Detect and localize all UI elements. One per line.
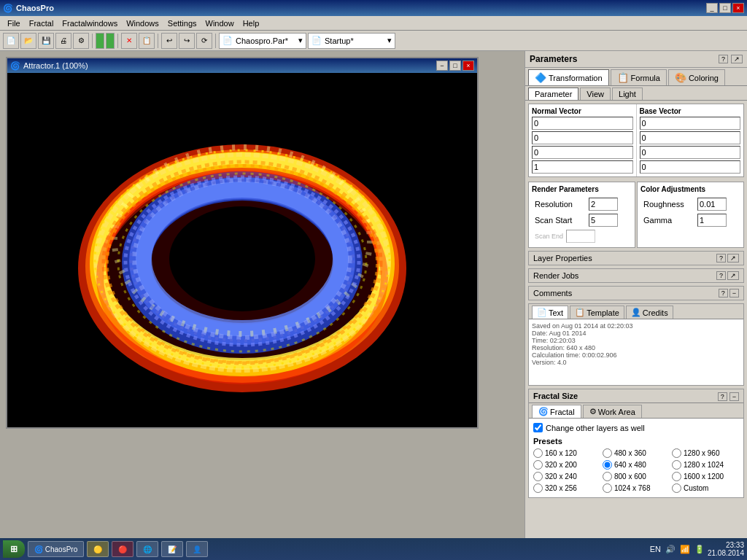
green-btn1[interactable]	[96, 33, 104, 49]
coloring-icon: 🎨	[675, 72, 686, 83]
gamma-input[interactable]	[697, 214, 727, 227]
preset-radio-640x480[interactable]	[603, 460, 612, 470]
fractal-titlebar: 🌀 Attractor.1 (100%) − □ ×	[7, 58, 477, 73]
normal-vector-label: Normal Vector	[532, 107, 633, 115]
open-button[interactable]: 📂	[20, 33, 36, 49]
size-tab-workarea[interactable]: ⚙ Work Area	[583, 405, 642, 418]
fractal-minimize[interactable]: −	[436, 61, 448, 71]
size-help-btn[interactable]: ?	[718, 392, 727, 401]
save-button[interactable]: 💾	[38, 33, 54, 49]
maximize-button[interactable]: □	[719, 3, 731, 13]
preset-radio-1280x1024[interactable]	[672, 460, 681, 470]
layer-expand-btn[interactable]: ↗	[727, 254, 739, 262]
size-expand-btn[interactable]: −	[729, 392, 739, 401]
network-icon: 📶	[680, 545, 690, 554]
copy-button[interactable]: 📋	[139, 33, 155, 49]
taskbar-chrome[interactable]: 🌐	[136, 541, 158, 557]
subtab-parameter[interactable]: Parameter	[528, 88, 578, 100]
minimize-button[interactable]: _	[706, 3, 718, 13]
comments-help-btn[interactable]: ?	[719, 289, 728, 298]
scan-end-input[interactable]	[566, 230, 595, 243]
normal-vector-2[interactable]	[532, 146, 633, 159]
layer-help-btn[interactable]: ?	[716, 254, 726, 262]
comments-tab-template[interactable]: 📋 Template	[570, 306, 624, 319]
jobs-expand-btn[interactable]: ↗	[727, 271, 739, 280]
preset-radio-320x256[interactable]	[533, 483, 543, 493]
preset-label-747x560: 747 x 560	[614, 484, 651, 492]
params-help-btn[interactable]: ?	[719, 55, 728, 63]
taskbar-user[interactable]: 👤	[186, 541, 208, 557]
tab-coloring[interactable]: 🎨 Coloring	[668, 69, 725, 85]
menu-help[interactable]: Help	[239, 18, 264, 28]
undo-button[interactable]: ↩	[161, 33, 177, 49]
taskbar-colorball[interactable]: 🟡	[87, 541, 109, 557]
title-bar: 🌀 ChaosPro _ □ ×	[0, 0, 747, 16]
fractal-size-tabs: 🌀 Fractal ⚙ Work Area	[529, 403, 743, 419]
vector-section: Normal Vector Base Vector	[528, 104, 744, 177]
taskbar-word[interactable]: 📝	[161, 541, 183, 557]
preset-radio-480x360[interactable]	[603, 448, 612, 458]
base-vector-0[interactable]	[640, 117, 741, 130]
comments-expand-btn[interactable]: −	[729, 289, 739, 298]
comments-header[interactable]: Comments ? −	[528, 286, 744, 300]
change-layers-checkbox[interactable]	[533, 423, 543, 432]
refresh-button[interactable]: ⟳	[196, 33, 212, 49]
file-dropdown1[interactable]: 📄 Chaospro.Par* ▾	[219, 33, 306, 49]
fractal-close[interactable]: ×	[462, 61, 474, 71]
normal-vector-3[interactable]	[532, 160, 633, 174]
preset-radio-custom[interactable]	[672, 483, 681, 493]
settings-button[interactable]: ⚙	[73, 33, 89, 49]
tab-formula[interactable]: 📋 Formula	[611, 69, 667, 85]
preset-radio-747x560[interactable]	[603, 483, 612, 493]
taskbar-red[interactable]: 🔴	[112, 541, 133, 557]
green-btn2[interactable]	[106, 33, 115, 49]
subtab-light[interactable]: Light	[612, 88, 643, 100]
delete-button[interactable]: ✕	[121, 33, 137, 49]
subtab-view[interactable]: View	[580, 88, 611, 100]
tab-transformation[interactable]: 🔷 Transformation	[528, 69, 609, 85]
scan-start-input[interactable]	[589, 214, 618, 227]
comments-tab-text[interactable]: 📄 Text	[532, 306, 568, 319]
file-dropdown2[interactable]: 📄 Startup* ▾	[308, 33, 395, 49]
size-tab-fractal[interactable]: 🌀 Fractal	[532, 405, 581, 418]
normal-vector-1[interactable]	[532, 131, 633, 144]
base-vector-2[interactable]	[640, 146, 741, 159]
start-button[interactable]: ⊞	[3, 540, 25, 558]
text-tab-icon: 📄	[537, 308, 547, 317]
taskbar-chaospro[interactable]: 🌀 ChaosPro	[28, 541, 84, 557]
print-button[interactable]: 🖨	[55, 33, 71, 49]
template-tab-icon: 📋	[575, 308, 585, 317]
close-button[interactable]: ×	[732, 3, 744, 13]
resolution-input[interactable]	[589, 198, 618, 211]
fractal-canvas	[7, 73, 477, 427]
menu-file[interactable]: File	[3, 18, 25, 28]
fractal-maximize[interactable]: □	[449, 61, 461, 71]
base-vector-1[interactable]	[640, 131, 741, 144]
main-layout: 🌀 Attractor.1 (100%) − □ ×	[0, 51, 747, 542]
redo-button[interactable]: ↪	[179, 33, 195, 49]
base-vector-3[interactable]	[640, 160, 741, 174]
render-jobs-header[interactable]: Render Jobs ? ↗	[528, 268, 744, 283]
params-expand-btn[interactable]: ↗	[731, 55, 743, 63]
preset-radio-1280x960[interactable]	[672, 448, 681, 458]
preset-radio-1600x1200[interactable]	[672, 472, 681, 481]
new-button[interactable]: 📄	[3, 33, 19, 49]
menu-fractal[interactable]: Fractal	[25, 18, 58, 28]
normal-vector-0[interactable]	[532, 117, 633, 130]
menu-fractalwindows[interactable]: Fractalwindows	[58, 18, 122, 28]
main-tabs: 🔷 Transformation 📋 Formula 🎨 Coloring	[525, 68, 747, 86]
menu-settings[interactable]: Settings	[163, 18, 201, 28]
menu-window[interactable]: Window	[201, 18, 239, 28]
preset-label-320x256: 320 x 256	[545, 484, 577, 492]
base-vector-label: Base Vector	[640, 107, 741, 115]
preset-480x360: 480 x 360	[603, 448, 670, 458]
preset-radio-160x120[interactable]	[533, 448, 543, 458]
layer-properties-header[interactable]: Layer Properties ? ↗	[528, 251, 744, 265]
menu-windows[interactable]: Windows	[122, 18, 163, 28]
preset-radio-320x240[interactable]	[533, 472, 543, 481]
preset-radio-320x200[interactable]	[533, 460, 543, 470]
comments-tab-credits[interactable]: 👤 Credits	[626, 306, 673, 319]
jobs-help-btn[interactable]: ?	[716, 271, 726, 280]
preset-radio-800x600[interactable]	[603, 472, 612, 481]
roughness-input[interactable]	[697, 198, 727, 211]
